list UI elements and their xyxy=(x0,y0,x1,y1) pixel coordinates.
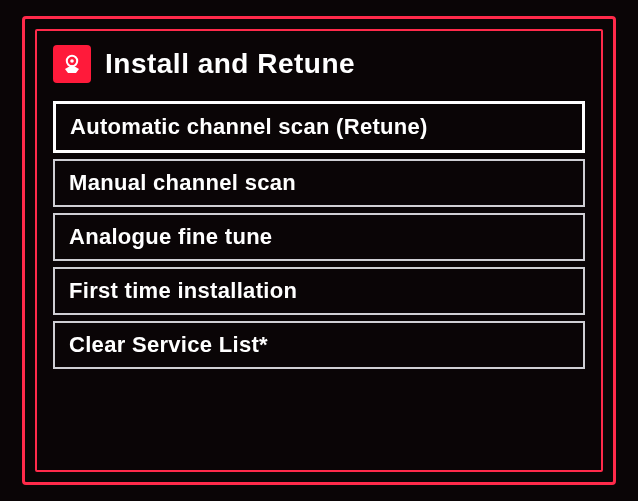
menu-item-clear-service-list[interactable]: Clear Service List* xyxy=(53,321,585,369)
menu-list: Automatic channel scan (Retune) Manual c… xyxy=(53,101,585,369)
menu-item-first-time-installation[interactable]: First time installation xyxy=(53,267,585,315)
install-retune-icon xyxy=(53,45,91,83)
menu-item-automatic-channel-scan[interactable]: Automatic channel scan (Retune) xyxy=(53,101,585,153)
menu-title: Install and Retune xyxy=(105,48,355,80)
menu-item-analogue-fine-tune[interactable]: Analogue fine tune xyxy=(53,213,585,261)
menu-inner-frame: Install and Retune Automatic channel sca… xyxy=(35,29,603,472)
menu-outer-frame: Install and Retune Automatic channel sca… xyxy=(22,16,616,485)
svg-point-1 xyxy=(70,59,74,63)
menu-header: Install and Retune xyxy=(53,45,585,83)
menu-item-manual-channel-scan[interactable]: Manual channel scan xyxy=(53,159,585,207)
